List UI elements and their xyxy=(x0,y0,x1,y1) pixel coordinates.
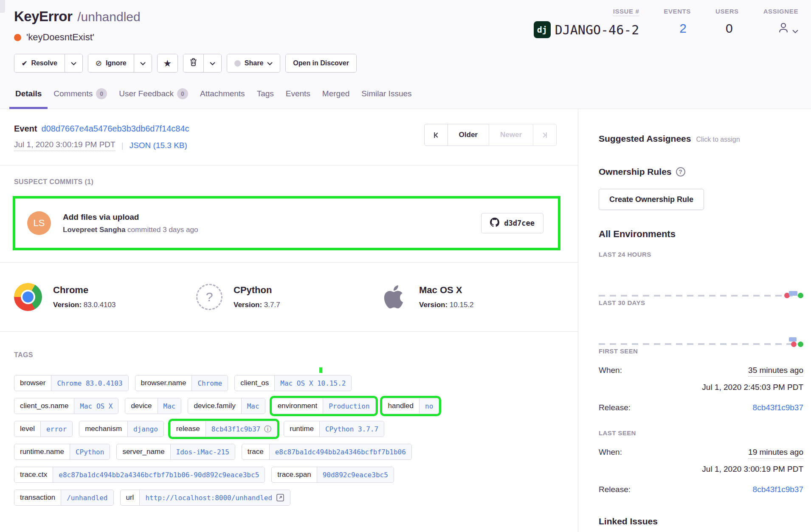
tab-tags[interactable]: Tags xyxy=(251,82,280,109)
share-button[interactable]: Share xyxy=(227,54,280,72)
commit-title: Add files via upload xyxy=(63,213,198,222)
first-seen-section: FIRST SEEN When: 35 minutes ago Jul 1, 2… xyxy=(599,347,803,412)
event-json-link[interactable]: JSON (15.3 KB) xyxy=(130,141,187,150)
first-seen-when-row: When: 35 minutes ago xyxy=(599,366,803,377)
info-icon[interactable]: ⓘ xyxy=(264,424,271,434)
users-count[interactable]: 0 xyxy=(715,21,739,36)
events-label: EVENTS xyxy=(664,8,691,15)
delete-dropdown-button[interactable] xyxy=(203,54,221,72)
tag-trace-span[interactable]: trace.span90d892c9eace3bc5 xyxy=(271,467,394,483)
issue-number-value[interactable]: dj DJANGO-46-2 xyxy=(534,21,639,38)
sparkline-axis xyxy=(599,295,803,297)
tab-user-feedback[interactable]: User Feedback0 xyxy=(113,82,194,109)
divider: | xyxy=(121,141,124,150)
tag-handled-highlighted[interactable]: handledno xyxy=(382,398,439,414)
tag-device-family[interactable]: device.familyMac xyxy=(188,398,265,414)
main-content: Event d08d7667e4a5476eb3b3db6d7f14c84c J… xyxy=(0,109,578,532)
commit-info: Add files via upload Lovepreet Sangha co… xyxy=(63,213,198,234)
chevron-down-icon xyxy=(267,59,273,67)
feedback-count-badge: 0 xyxy=(177,88,188,99)
tab-similar-issues[interactable]: Similar Issues xyxy=(355,82,417,109)
context-version: Version: 83.0.4103 xyxy=(53,301,115,309)
commit-meta: Lovepreet Sangha committed 3 days ago xyxy=(63,226,198,234)
tag-transaction[interactable]: transaction/unhandled xyxy=(14,490,114,506)
context-name: CPython xyxy=(234,285,280,296)
issue-stats: ISSUE # dj DJANGO-46-2 EVENTS 2 USERS 0 … xyxy=(534,8,798,38)
chevron-down-icon xyxy=(210,59,215,67)
context-browser: Chrome Version: 83.0.4103 xyxy=(14,283,195,311)
tag-runtime-name[interactable]: runtime.nameCPython xyxy=(14,444,110,460)
trash-icon xyxy=(190,58,197,68)
tag-browser-name[interactable]: browser.nameChrome xyxy=(135,375,228,391)
tag-release-highlighted[interactable]: release8cb43f1c9b37ⓘ xyxy=(170,421,277,437)
error-level-dot xyxy=(14,34,21,41)
tag-server-name[interactable]: server_nameIdos-iMac-215 xyxy=(116,444,235,460)
last-seen-section: LAST SEEN When: 19 minutes ago Jul 1, 20… xyxy=(599,429,803,494)
issue-sidebar: Suggested Assignees Click to assign Owne… xyxy=(599,109,803,532)
issue-header: KeyError /unhandled 'keyDoesntExist' ISS… xyxy=(0,0,811,109)
tag-client-os-name[interactable]: client_os.nameMac OS X xyxy=(14,398,118,414)
tab-merged[interactable]: Merged xyxy=(316,82,355,109)
check-icon: ✔ xyxy=(22,59,27,67)
tag-level[interactable]: levelerror xyxy=(14,421,73,437)
first-seen-release-link[interactable]: 8cb43f1c9b37 xyxy=(753,403,803,412)
tag-environment-highlighted[interactable]: environmentProduction xyxy=(272,398,376,414)
issue-short-id: DJANGO-46-2 xyxy=(555,22,639,37)
tag-runtime[interactable]: runtimeCPython 3.7.7 xyxy=(284,421,384,437)
suspect-commits-heading: SUSPECT COMMITS (1) xyxy=(14,178,93,186)
issue-message: 'keyDoesntExist' xyxy=(26,32,94,43)
suggested-assignees-header: Suggested Assignees Click to assign xyxy=(599,134,803,144)
event-header: Event d08d7667e4a5476eb3b3db6d7f14c84c J… xyxy=(0,109,578,165)
tag-client-os[interactable]: client_osMac OS X 10.15.2 xyxy=(234,375,352,391)
last-seen-when-row: When: 19 minutes ago xyxy=(599,448,803,459)
chrome-icon xyxy=(14,283,42,311)
create-ownership-rule-button[interactable]: Create Ownership Rule xyxy=(599,189,704,210)
tag-trace-ctx[interactable]: trace.ctxe8c87ba1dc494bb2a4346bcfbf7b1b0… xyxy=(14,467,265,483)
star-button[interactable]: ★ xyxy=(158,54,177,72)
tab-attachments[interactable]: Attachments xyxy=(194,82,251,109)
resolve-button[interactable]: ✔ Resolve xyxy=(14,54,65,72)
tag-list: browserChrome 83.0.4103 browser.nameChro… xyxy=(14,375,564,506)
tags-heading: TAGS xyxy=(14,351,564,359)
context-name: Mac OS X xyxy=(419,285,474,296)
assignee-selector[interactable] xyxy=(763,21,798,37)
ignore-button[interactable]: ⊘ Ignore xyxy=(88,54,134,72)
issue-title: KeyError xyxy=(14,8,72,25)
older-event-button[interactable]: Older xyxy=(448,124,489,146)
oldest-event-button[interactable] xyxy=(424,124,448,146)
bookmark-button-group: ★ xyxy=(157,54,178,73)
events-count[interactable]: 2 xyxy=(664,21,691,36)
newest-event-button xyxy=(533,124,557,146)
tag-trace[interactable]: tracee8c87ba1dc494bb2a4346bcfbf7b1b06 xyxy=(242,444,412,460)
tag-row: browserChrome 83.0.4103 browser.nameChro… xyxy=(14,375,564,391)
delete-button[interactable] xyxy=(183,54,203,72)
last-seen-heading: LAST SEEN xyxy=(599,429,803,437)
commit-author: Lovepreet Sangha xyxy=(63,226,125,234)
commit-sha-button[interactable]: d3d7cee xyxy=(481,213,543,233)
external-link-icon[interactable] xyxy=(276,493,284,502)
tag-row: transaction/unhandled urlhttp://localhos… xyxy=(14,490,564,506)
assignee-label: ASSIGNEE xyxy=(763,8,798,15)
tag-device[interactable]: deviceMac xyxy=(125,398,181,414)
open-in-discover-button[interactable]: Open in Discover xyxy=(286,54,356,72)
last-seen-release-link[interactable]: 8cb43f1c9b37 xyxy=(753,485,803,494)
chevron-down-icon xyxy=(71,59,76,67)
last-seen-date: Jul 1, 2020 3:00:19 PM PDT xyxy=(599,465,803,474)
resolve-dropdown-button[interactable] xyxy=(65,54,82,72)
tag-browser[interactable]: browserChrome 83.0.4103 xyxy=(14,375,129,391)
event-contexts: Chrome Version: 83.0.4103 ? CPython Vers… xyxy=(0,263,578,332)
event-id-link[interactable]: d08d7667e4a5476eb3b3db6d7f14c84c xyxy=(41,124,189,134)
help-icon[interactable]: ? xyxy=(676,167,685,176)
tag-mechanism[interactable]: mechanismdjango xyxy=(79,421,164,437)
tab-comments[interactable]: Comments0 xyxy=(48,82,113,109)
issue-title-row: KeyError /unhandled xyxy=(14,8,141,25)
ignore-dropdown-button[interactable] xyxy=(134,54,152,72)
suspect-commit-row-highlighted[interactable]: LS Add files via upload Lovepreet Sangha… xyxy=(13,196,560,250)
tag-url[interactable]: urlhttp://localhost:8000/unhandled xyxy=(120,490,291,506)
tab-events[interactable]: Events xyxy=(280,82,316,109)
scrollbar-artifact xyxy=(0,0,5,13)
tab-details[interactable]: Details xyxy=(9,82,48,109)
star-icon: ★ xyxy=(164,59,171,68)
last-24-hours-label: LAST 24 HOURS xyxy=(599,251,803,258)
resolve-button-group: ✔ Resolve xyxy=(14,54,83,73)
